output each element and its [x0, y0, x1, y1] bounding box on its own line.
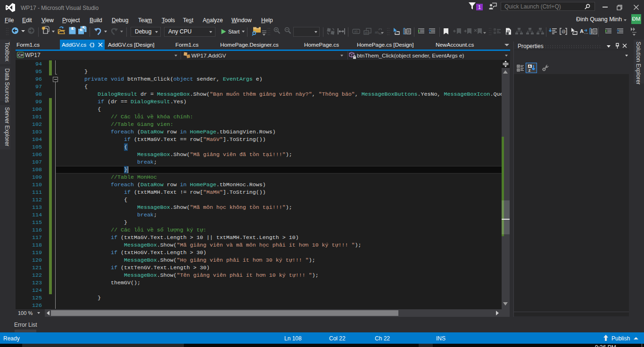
- svg-text:?: ?: [617, 29, 619, 33]
- svg-text:ab: ab: [365, 31, 369, 34]
- svg-text:A: A: [580, 28, 584, 34]
- svg-text:@: @: [561, 29, 566, 34]
- svg-text:?: ?: [429, 29, 431, 33]
- svg-text:A: A: [528, 65, 531, 68]
- svg-text:C#: C#: [18, 53, 23, 58]
- svg-text:ab: ab: [354, 30, 358, 33]
- svg-text:Z: Z: [528, 68, 531, 73]
- svg-text:ab: ab: [375, 31, 379, 34]
